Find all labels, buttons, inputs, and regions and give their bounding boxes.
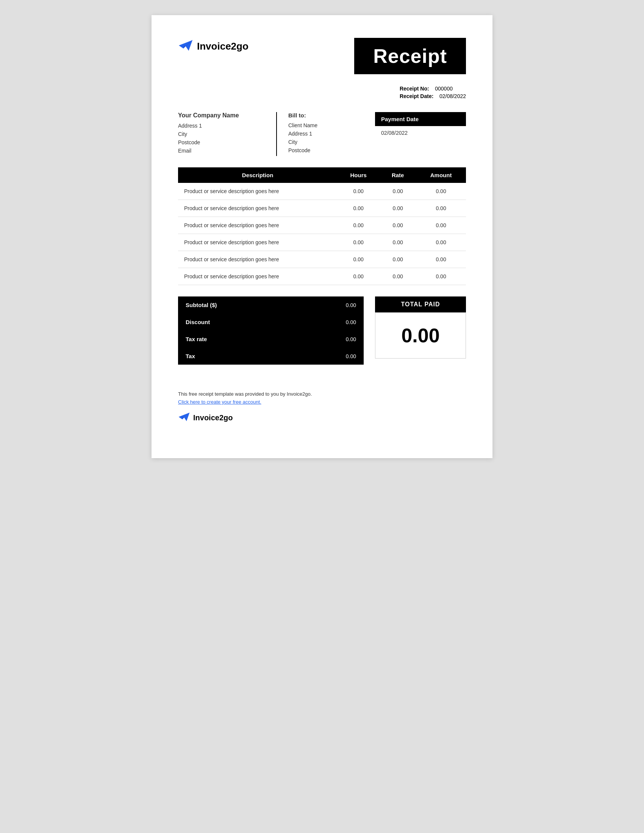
row-rate: 0.00	[380, 268, 416, 285]
row-hours: 0.00	[337, 251, 380, 268]
row-rate: 0.00	[380, 251, 416, 268]
receipt-no-line: Receipt No: 000000	[400, 85, 466, 92]
subtotal-value: 0.00	[346, 319, 356, 325]
total-paid-box: TOTAL PAID 0.00	[375, 296, 466, 365]
table-row: Product or service description goes here…	[178, 217, 466, 234]
subtotal-value: 0.00	[346, 353, 356, 359]
row-amount: 0.00	[416, 217, 466, 234]
row-description: Product or service description goes here	[178, 251, 337, 268]
footer-logo: Invoice2go	[178, 411, 466, 425]
row-rate: 0.00	[380, 183, 416, 200]
bill-city: City	[288, 139, 375, 145]
svg-marker-3	[179, 413, 190, 421]
subtotal-row: Tax 0.00	[178, 347, 364, 365]
company-col: Your Company Name Address 1 City Postcod…	[178, 112, 277, 156]
receipt-date-line: Receipt Date: 02/08/2022	[400, 93, 466, 99]
company-postcode: Postcode	[178, 139, 265, 145]
row-rate: 0.00	[380, 200, 416, 217]
receipt-meta: Receipt No: 000000 Receipt Date: 02/08/2…	[178, 85, 466, 101]
subtotal-value: 0.00	[346, 302, 356, 308]
row-description: Product or service description goes here	[178, 200, 337, 217]
company-address1: Address 1	[178, 123, 265, 129]
total-paid-amount: 0.00	[375, 312, 466, 359]
subtotal-row: Tax rate 0.00	[178, 331, 364, 347]
table-row: Product or service description goes here…	[178, 234, 466, 251]
receipt-meta-inner: Receipt No: 000000 Receipt Date: 02/08/2…	[400, 85, 466, 101]
row-hours: 0.00	[337, 234, 380, 251]
table-row: Product or service description goes here…	[178, 200, 466, 217]
subtotal-label: Subtotal ($)	[186, 302, 217, 308]
payment-date-value: 02/08/2022	[375, 130, 466, 136]
row-amount: 0.00	[416, 183, 466, 200]
subtotal-label: Tax rate	[186, 336, 207, 342]
footer: This free receipt template was provided …	[178, 384, 466, 425]
bill-to-label: Bill to:	[288, 112, 375, 119]
subtotal-row: Subtotal ($) 0.00	[178, 296, 364, 314]
row-amount: 0.00	[416, 251, 466, 268]
row-amount: 0.00	[416, 268, 466, 285]
total-paid-header: TOTAL PAID	[375, 296, 466, 312]
receipt-date-value: 02/08/2022	[440, 93, 466, 99]
receipt-page: Invoice2go Receipt Receipt No: 000000 Re…	[151, 15, 493, 458]
row-hours: 0.00	[337, 217, 380, 234]
receipt-title: Receipt	[354, 38, 466, 74]
subtotal-label: Discount	[186, 319, 210, 325]
row-rate: 0.00	[380, 234, 416, 251]
table-row: Product or service description goes here…	[178, 251, 466, 268]
col-rate: Rate	[380, 167, 416, 183]
payment-date-col: Payment Date 02/08/2022	[375, 112, 466, 136]
payment-date-header: Payment Date	[375, 112, 466, 126]
col-hours: Hours	[337, 167, 380, 183]
table-row: Product or service description goes here…	[178, 183, 466, 200]
logo-icon	[178, 38, 193, 55]
table-header-row: Description Hours Rate Amount	[178, 167, 466, 183]
row-hours: 0.00	[337, 268, 380, 285]
table-row: Product or service description goes here…	[178, 268, 466, 285]
company-city: City	[178, 131, 265, 137]
footer-link[interactable]: Click here to create your free account.	[178, 399, 466, 405]
totals-section: Subtotal ($) 0.00 Discount 0.00 Tax rate…	[178, 296, 466, 365]
row-amount: 0.00	[416, 234, 466, 251]
address-section: Your Company Name Address 1 City Postcod…	[178, 112, 466, 156]
col-description: Description	[178, 167, 337, 183]
items-table: Description Hours Rate Amount Product or…	[178, 167, 466, 285]
subtotal-value: 0.00	[346, 336, 356, 342]
row-description: Product or service description goes here	[178, 268, 337, 285]
row-rate: 0.00	[380, 217, 416, 234]
logo-area: Invoice2go	[178, 38, 248, 55]
logo-text: Invoice2go	[197, 40, 248, 52]
bill-col: Bill to: Client Name Address 1 City Post…	[277, 112, 375, 156]
row-hours: 0.00	[337, 183, 380, 200]
company-email: Email	[178, 148, 265, 154]
company-name: Your Company Name	[178, 112, 265, 119]
bill-address1: Address 1	[288, 130, 375, 137]
header: Invoice2go Receipt	[178, 38, 466, 74]
footer-logo-text: Invoice2go	[193, 413, 233, 422]
col-amount: Amount	[416, 167, 466, 183]
row-description: Product or service description goes here	[178, 183, 337, 200]
row-description: Product or service description goes here	[178, 234, 337, 251]
subtotal-row: Discount 0.00	[178, 314, 364, 331]
receipt-no-value: 000000	[435, 85, 453, 92]
subtotals-box: Subtotal ($) 0.00 Discount 0.00 Tax rate…	[178, 296, 364, 365]
receipt-date-label: Receipt Date:	[400, 93, 433, 99]
footer-logo-icon	[178, 411, 190, 425]
receipt-no-label: Receipt No:	[400, 85, 429, 92]
row-description: Product or service description goes here	[178, 217, 337, 234]
subtotal-label: Tax	[186, 353, 195, 359]
row-amount: 0.00	[416, 200, 466, 217]
row-hours: 0.00	[337, 200, 380, 217]
client-name: Client Name	[288, 122, 375, 129]
footer-text: This free receipt template was provided …	[178, 391, 466, 397]
bill-postcode: Postcode	[288, 147, 375, 153]
